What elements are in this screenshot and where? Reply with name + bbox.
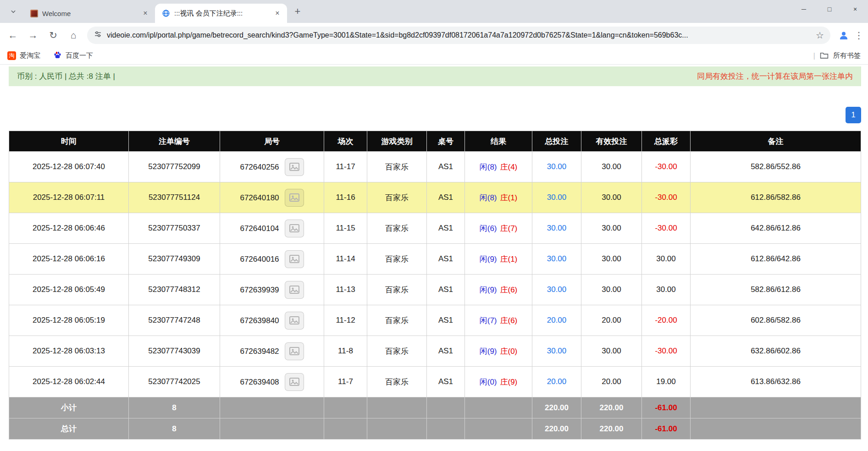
reload-icon[interactable]: ↻ <box>44 26 62 44</box>
forward-icon[interactable]: → <box>24 26 42 44</box>
cell-table-no: AS1 <box>427 244 465 275</box>
url-text[interactable]: videoie.com/ipl/portal.php/game/betrecor… <box>107 31 811 39</box>
footer-empty-note <box>691 418 861 440</box>
bookmark-label: 爱淘宝 <box>20 51 40 60</box>
cell-total-bet: 30.00 <box>532 182 581 213</box>
footer-empty-result <box>465 397 532 418</box>
cell-total-bet: 30.00 <box>532 152 581 182</box>
video-replay-button[interactable] <box>285 220 304 237</box>
total-bet-link[interactable]: 20.00 <box>547 377 567 386</box>
home-icon[interactable]: ⌂ <box>64 26 83 44</box>
video-replay-button[interactable] <box>285 373 304 391</box>
bookmarks-bar: 淘 爱淘宝 百度一下 | 所有书签 <box>0 47 868 65</box>
bookmarks-separator: | <box>813 51 815 60</box>
bookmark-taobao[interactable]: 淘 爱淘宝 <box>7 51 40 60</box>
result-banker: 庄(1) <box>500 193 518 202</box>
cell-table-no: AS1 <box>427 213 465 244</box>
cell-bet-id: 523077743039 <box>129 336 220 367</box>
cell-session: 11-7 <box>324 367 367 397</box>
table-body: 2025-12-28 06:07:40 523077752099 6726402… <box>9 152 861 397</box>
cell-payout: -30.00 <box>642 182 691 213</box>
url-bar[interactable]: videoie.com/ipl/portal.php/game/betrecor… <box>87 27 830 44</box>
total-bet-link[interactable]: 30.00 <box>547 346 567 355</box>
cell-bet-id: 523077747248 <box>129 305 220 336</box>
page-1-button[interactable]: 1 <box>846 107 861 123</box>
cell-game-type: 百家乐 <box>367 182 427 213</box>
tab-close-icon[interactable]: × <box>272 8 282 18</box>
footer-valid-bet: 220.00 <box>581 418 642 440</box>
video-replay-button[interactable] <box>285 342 304 360</box>
tab-welcome[interactable]: Welcome × <box>23 4 155 23</box>
site-settings-icon[interactable] <box>94 30 102 40</box>
total-bet-link[interactable]: 30.00 <box>547 193 567 202</box>
video-replay-button[interactable] <box>285 281 304 299</box>
cell-result: 闲(9)庄(6) <box>465 275 532 305</box>
tab-search-chevron-icon[interactable] <box>6 4 21 19</box>
cell-total-bet: 20.00 <box>532 305 581 336</box>
footer-empty-result <box>465 418 532 440</box>
round-number: 672639482 <box>240 346 279 355</box>
tab-betrecord[interactable]: :::视讯 会员下注纪录::: × <box>155 4 287 23</box>
footer-valid-bet: 220.00 <box>581 397 642 418</box>
round-number: 672639840 <box>240 316 279 324</box>
minimize-button[interactable]: ─ <box>791 0 817 18</box>
total-bet-link[interactable]: 30.00 <box>547 162 567 171</box>
bookmark-star-icon[interactable]: ☆ <box>816 30 824 41</box>
cell-valid-bet: 30.00 <box>581 213 642 244</box>
table-row: 2025-12-28 06:06:46 523077750337 6726401… <box>9 213 861 244</box>
table-header-row: 时间 注单编号 局号 场次 游戏类别 桌号 结果 总投注 有效投注 总派彩 备注 <box>9 131 861 152</box>
result-player: 闲(6) <box>480 224 497 233</box>
cell-result: 闲(8)庄(1) <box>465 182 532 213</box>
cell-bet-id: 523077751124 <box>129 182 220 213</box>
table-row: 2025-12-28 06:05:49 523077748312 6726399… <box>9 275 861 305</box>
video-replay-button[interactable] <box>285 312 304 330</box>
cell-payout: 30.00 <box>642 244 691 275</box>
total-bet-link[interactable]: 30.00 <box>547 254 567 263</box>
tab-close-icon[interactable]: × <box>140 8 150 18</box>
page-content: 币别 : 人民币 | 总共 :8 注单 | 同局有效投注，统一计算在该局第一张注… <box>9 66 861 440</box>
cell-valid-bet: 20.00 <box>581 305 642 336</box>
menu-dots-icon[interactable]: ⋮ <box>854 27 863 44</box>
video-replay-button[interactable] <box>285 158 304 176</box>
cell-round: 672639482 <box>220 336 324 367</box>
footer-payout: -61.00 <box>642 418 691 440</box>
profile-icon[interactable] <box>835 27 852 44</box>
cell-result: 闲(9)庄(1) <box>465 244 532 275</box>
footer-empty-game <box>367 418 427 440</box>
result-player: 闲(9) <box>480 286 497 294</box>
video-replay-button[interactable] <box>285 189 304 207</box>
result-banker: 庄(7) <box>500 224 518 233</box>
total-bet-link[interactable]: 30.00 <box>547 224 567 232</box>
cell-round: 672639840 <box>220 305 324 336</box>
cell-result: 闲(6)庄(7) <box>465 213 532 244</box>
table-row: 2025-12-28 06:07:11 523077751124 6726401… <box>9 182 861 213</box>
browser-window: Welcome × :::视讯 会员下注纪录::: × + ─ □ × ← → … <box>0 0 868 65</box>
all-bookmarks[interactable]: | 所有书签 <box>813 51 861 60</box>
cell-time: 2025-12-28 06:03:13 <box>9 336 129 367</box>
maximize-button[interactable]: □ <box>817 0 842 18</box>
result-player: 闲(7) <box>480 316 497 325</box>
valid-bet-notice-text: 同局有效投注，统一计算在该局第一张注单内 <box>697 71 853 82</box>
cell-table-no: AS1 <box>427 182 465 213</box>
result-player: 闲(9) <box>480 347 497 356</box>
round-number: 672640016 <box>240 254 279 263</box>
cell-game-type: 百家乐 <box>367 152 427 182</box>
new-tab-button[interactable]: + <box>290 4 305 19</box>
window-close-button[interactable]: × <box>842 0 868 18</box>
cell-round: 672640104 <box>220 213 324 244</box>
cell-payout: -30.00 <box>642 213 691 244</box>
cell-total-bet: 20.00 <box>532 367 581 397</box>
total-bet-link[interactable]: 20.00 <box>547 316 567 324</box>
table-row: 2025-12-28 06:03:13 523077743039 6726394… <box>9 336 861 367</box>
total-bet-link[interactable]: 30.00 <box>547 285 567 294</box>
bookmark-baidu[interactable]: 百度一下 <box>53 51 93 61</box>
column-header-payout: 总派彩 <box>642 131 691 152</box>
cell-game-type: 百家乐 <box>367 213 427 244</box>
back-icon[interactable]: ← <box>4 26 22 44</box>
footer-empty-table <box>427 397 465 418</box>
video-replay-button[interactable] <box>285 250 304 268</box>
cell-payout: -30.00 <box>642 336 691 367</box>
footer-empty-note <box>691 397 861 418</box>
currency-summary-text: 币别 : 人民币 | 总共 :8 注单 | <box>17 71 115 82</box>
all-bookmarks-label: 所有书签 <box>833 51 861 60</box>
